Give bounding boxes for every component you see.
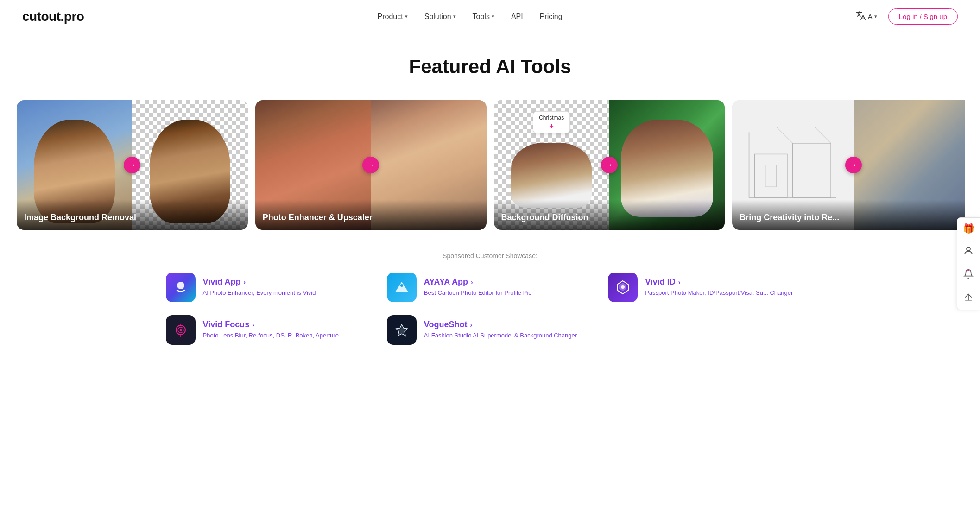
svg-line-5: [777, 127, 793, 143]
app-item-vivid-id[interactable]: Vivid ID › Passport Photo Maker, ID/Pass…: [608, 271, 814, 304]
main-nav: Product ▾ Solution ▾ Tools ▾ API Pricing: [378, 13, 563, 21]
apps-grid: Vivid App › AI Photo Enhancer, Every mom…: [166, 271, 815, 347]
logo[interactable]: cutout.pro: [22, 9, 84, 24]
svg-line-6: [815, 127, 831, 143]
svg-point-13: [179, 329, 182, 331]
login-signup-button[interactable]: Log in / Sign up: [888, 8, 958, 25]
app-info-vivid-app: Vivid App › AI Photo Enhancer, Every mom…: [203, 277, 316, 297]
svg-point-8: [177, 282, 184, 289]
app-name-vivid-app: Vivid App ›: [203, 277, 316, 287]
app-item-ayaya[interactable]: AYAYA App › Best Cartoon Photo Editor fo…: [387, 271, 593, 304]
app-info-ayaya: AYAYA App › Best Cartoon Photo Editor fo…: [424, 277, 531, 297]
gift-button[interactable]: 🎁: [957, 218, 980, 240]
app-desc-vivid-focus: Photo Lens Blur, Re-focus, DSLR, Bokeh, …: [203, 331, 339, 340]
card-bg-diffusion[interactable]: Christmas + Background Diffusion: [494, 100, 725, 230]
app-icon-vivid-id: [608, 273, 638, 302]
card-label: Image Background Removal: [17, 200, 248, 230]
nav-item-pricing[interactable]: Pricing: [540, 13, 563, 21]
app-desc-ayaya: Best Cartoon Photo Editor for Profile Pi…: [424, 289, 531, 297]
translate-icon: [856, 10, 866, 23]
notification-icon: [963, 269, 974, 281]
arrow-icon: ›: [471, 279, 473, 286]
upload-icon: [963, 292, 974, 305]
app-desc-vogueshot: AI Fashion Studio AI Supermodel & Backgr…: [424, 331, 577, 340]
svg-rect-3: [765, 165, 777, 187]
avatar-button[interactable]: [957, 241, 980, 263]
header: cutout.pro Product ▾ Solution ▾ Tools ▾ …: [0, 0, 980, 33]
chevron-down-icon: ▾: [492, 13, 494, 19]
svg-rect-2: [755, 154, 788, 197]
chevron-down-icon: ▾: [405, 13, 408, 19]
language-switcher[interactable]: A ▾: [856, 10, 877, 23]
card-label: Bring Creativity into Re...: [732, 200, 965, 230]
app-item-vogueshot[interactable]: VogueShot › AI Fashion Studio AI Supermo…: [387, 313, 593, 347]
card-label: Background Diffusion: [494, 200, 725, 230]
app-desc-vivid-id: Passport Photo Maker, ID/Passport/Visa, …: [645, 289, 793, 297]
svg-rect-19: [967, 269, 969, 271]
card-arrow-icon: [601, 157, 618, 173]
main-content: Featured AI Tools Image Background Remov…: [0, 33, 980, 362]
gift-icon: 🎁: [963, 223, 974, 234]
card-arrow-icon: [845, 157, 862, 173]
arrow-icon: ›: [252, 321, 254, 329]
chevron-down-icon: ▾: [453, 13, 456, 19]
nav-item-product[interactable]: Product ▾: [378, 13, 408, 21]
app-info-vogueshot: VogueShot › AI Fashion Studio AI Supermo…: [424, 320, 577, 340]
card-bg-removal[interactable]: Image Background Removal: [17, 100, 248, 230]
arrow-icon: ›: [470, 321, 472, 329]
svg-point-18: [967, 247, 970, 251]
svg-point-9: [400, 284, 403, 287]
app-icon-vogueshot: [387, 315, 417, 345]
app-name-vivid-focus: Vivid Focus ›: [203, 320, 339, 330]
app-info-vivid-id: Vivid ID › Passport Photo Maker, ID/Pass…: [645, 277, 793, 297]
arrow-icon: ›: [678, 279, 681, 286]
app-desc-vivid-app: AI Photo Enhancer, Every moment is Vivid: [203, 289, 316, 297]
upload-button[interactable]: [957, 287, 980, 310]
app-name-vivid-id: Vivid ID ›: [645, 277, 793, 287]
app-icon-vivid-focus: [166, 315, 196, 345]
notification-button[interactable]: [957, 264, 980, 286]
lang-chevron-icon: ▾: [874, 13, 877, 19]
card-label: Photo Enhancer & Upscaler: [255, 200, 487, 230]
section-title: Featured AI Tools: [15, 56, 965, 78]
lang-label: A: [868, 13, 873, 20]
svg-rect-4: [793, 143, 831, 198]
app-item-vivid-app[interactable]: Vivid App › AI Photo Enhancer, Every mom…: [166, 271, 372, 304]
card-arrow-icon: [362, 157, 379, 173]
avatar-icon: [963, 245, 974, 259]
floating-sidebar: 🎁: [957, 217, 980, 310]
featured-cards-row: Image Background Removal Photo Enhancer …: [15, 100, 965, 230]
card-creativity[interactable]: Bring Creativity into Re...: [732, 100, 965, 230]
app-info-vivid-focus: Vivid Focus › Photo Lens Blur, Re-focus,…: [203, 320, 339, 340]
card-arrow-icon: [124, 157, 140, 173]
card-photo-enhancer[interactable]: Photo Enhancer & Upscaler: [255, 100, 487, 230]
christmas-badge: Christmas +: [533, 111, 570, 133]
sponsored-label: Sponsored Customer Showcase:: [15, 252, 965, 260]
app-icon-vivid-app: [166, 273, 196, 302]
nav-item-api[interactable]: API: [511, 13, 523, 21]
header-right: A ▾ Log in / Sign up: [856, 8, 958, 25]
nav-item-solution[interactable]: Solution ▾: [424, 13, 456, 21]
nav-item-tools[interactable]: Tools ▾: [473, 13, 494, 21]
app-item-vivid-focus[interactable]: Vivid Focus › Photo Lens Blur, Re-focus,…: [166, 313, 372, 347]
svg-point-10: [621, 285, 625, 289]
app-icon-ayaya: [387, 273, 417, 302]
app-name-vogueshot: VogueShot ›: [424, 320, 577, 330]
app-name-ayaya: AYAYA App ›: [424, 277, 531, 287]
arrow-icon: ›: [244, 279, 246, 286]
